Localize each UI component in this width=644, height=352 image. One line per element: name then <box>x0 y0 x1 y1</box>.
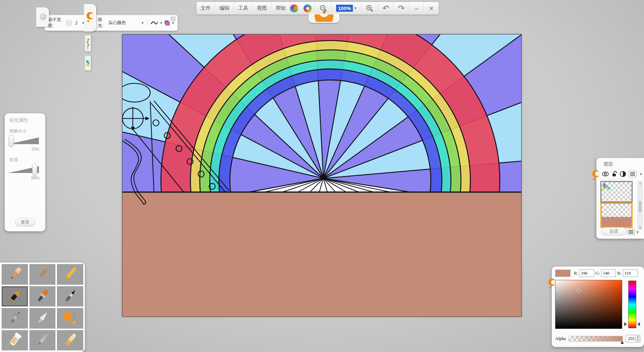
layers-panel-title: 图层 <box>604 161 613 167</box>
fountain-pen-icon <box>6 288 23 305</box>
redo-icon: ↷ <box>398 4 405 12</box>
tool-ink-brush[interactable] <box>57 286 83 307</box>
divider <box>600 179 637 180</box>
layer-visibility-eye-icon[interactable] <box>602 171 609 177</box>
plant-icon <box>86 37 90 50</box>
paint-jar-icon <box>6 332 23 349</box>
sv-marker-icon[interactable] <box>577 288 581 293</box>
fill-dropdown-caret-icon[interactable]: ▼ <box>141 21 144 25</box>
softness-value: 86% <box>31 176 39 180</box>
tool-paint-roller[interactable] <box>57 308 83 329</box>
paint-brush-icon <box>34 288 51 305</box>
pencil-icon <box>6 266 23 283</box>
image-stamp-button[interactable] <box>85 55 91 71</box>
tool-airbrush[interactable] <box>2 308 28 329</box>
undo-button[interactable]: ↶ <box>378 2 393 14</box>
softness-slider-handle[interactable] <box>32 164 37 176</box>
zoom-level-combo[interactable]: 100% ▼ <box>332 2 361 14</box>
tool-pencil[interactable] <box>2 264 28 285</box>
layer-lock-icon[interactable] <box>612 171 617 177</box>
g-input[interactable] <box>601 270 616 277</box>
menu-tools[interactable]: 工具 <box>234 2 253 14</box>
hue-slider[interactable] <box>628 281 636 328</box>
fill-mode-value[interactable]: 实心颜色 <box>108 20 139 26</box>
crayon-icon <box>61 266 79 283</box>
layer-list <box>600 181 633 228</box>
brush-width-decrease-button[interactable]: − <box>66 20 71 25</box>
reset-button[interactable]: 重置 <box>15 218 35 227</box>
brush-width-value[interactable]: 2 <box>73 20 80 25</box>
layers-panel: 图层 ▼ ▲ ▼ 新建 <box>596 158 644 239</box>
tool-wood-stick[interactable] <box>30 264 56 285</box>
layer-item-ground[interactable] <box>600 202 633 228</box>
clown-right-eye-icon <box>304 4 312 12</box>
new-layer-button[interactable]: 新建 <box>601 227 627 235</box>
color-swatch-button[interactable] <box>165 20 170 25</box>
minimize-icon: – <box>415 4 419 12</box>
brush-width-label: 刷子宽度: <box>48 17 65 29</box>
menu-view[interactable]: 视图 <box>253 2 271 14</box>
tool-eraser[interactable] <box>57 330 83 351</box>
alpha-spinner[interactable]: ▲▼ <box>635 335 640 342</box>
airbrush-icon <box>6 309 23 327</box>
tool-paint-jar[interactable] <box>2 330 28 351</box>
zoom-in-button[interactable] <box>361 2 378 14</box>
softness-label: 软度 <box>9 157 18 163</box>
b-input[interactable] <box>623 270 638 277</box>
tool-metal-nib[interactable] <box>30 330 56 351</box>
alpha-marker-icon[interactable] <box>621 341 624 344</box>
handle-knob-icon <box>40 13 46 20</box>
drawing-canvas[interactable] <box>122 34 522 317</box>
alpha-slider[interactable] <box>569 336 623 342</box>
r-label: R: <box>574 271 578 276</box>
layer-options-caret-icon[interactable]: ▼ <box>639 172 643 176</box>
current-color-swatch <box>555 270 571 277</box>
minimize-button[interactable]: – <box>409 2 424 14</box>
orange-grip-icon[interactable] <box>592 170 600 180</box>
zoom-level-value[interactable]: 100% <box>336 5 353 12</box>
palette-handle[interactable] <box>84 4 96 32</box>
orange-grip-icon[interactable] <box>548 279 556 289</box>
pencil-properties-panel: 铅笔属性 笔触大小 15% 软度 86% 重置 <box>5 113 45 231</box>
scroll-up-icon[interactable]: ▲ <box>638 182 642 185</box>
menu-help[interactable]: 帮助 <box>271 2 290 14</box>
canvas-artwork[interactable] <box>122 35 521 316</box>
clown-left-eye-icon <box>290 4 298 12</box>
menu-edit[interactable]: 编辑 <box>215 2 234 14</box>
clown-smile-icon <box>315 14 333 26</box>
hue-marker-left-icon[interactable] <box>624 322 627 326</box>
stroke-size-label: 笔触大小 <box>9 128 27 134</box>
scroll-thumb[interactable] <box>639 201 642 212</box>
stroke-size-slider-handle[interactable] <box>9 135 14 147</box>
layer-item-sketch[interactable] <box>600 181 633 202</box>
zoom-dropdown-caret-icon[interactable]: ▼ <box>354 6 357 10</box>
layer-thumb-ground <box>602 217 631 227</box>
image-stamp-icon <box>86 56 90 70</box>
layers-list-menu-button[interactable] <box>627 229 635 235</box>
tool-palette-knife[interactable] <box>30 308 56 329</box>
layers-list-caret-icon[interactable]: ▼ <box>636 230 639 234</box>
r-input[interactable] <box>579 270 594 277</box>
layer-blend-icon[interactable] <box>620 171 626 177</box>
saturation-value-field[interactable] <box>555 280 622 329</box>
stroke-style-caret-icon[interactable]: ▼ <box>160 21 163 25</box>
menu-file[interactable]: 文件 <box>197 2 215 14</box>
tool-crayon[interactable] <box>57 264 83 285</box>
pencil-panel-handle[interactable] <box>36 7 49 27</box>
tool-paint-brush[interactable] <box>30 286 56 307</box>
layers-scrollbar[interactable]: ▲ ▼ <box>638 181 643 230</box>
color-swatch-caret-icon[interactable]: ▼ <box>171 21 175 25</box>
plant-stamp-button[interactable] <box>85 35 91 52</box>
layer-options-menu-button[interactable] <box>629 171 637 177</box>
stroke-style-button[interactable] <box>151 20 158 25</box>
hue-marker-right-icon[interactable] <box>637 322 640 326</box>
redo-button[interactable]: ↷ <box>393 2 409 14</box>
close-button[interactable]: × <box>424 2 439 14</box>
tool-fountain-pen[interactable] <box>2 286 28 307</box>
alpha-gradient <box>569 336 623 341</box>
layer-thumb-art <box>601 182 615 195</box>
spin-down-icon: ▼ <box>636 339 640 342</box>
alpha-input[interactable] <box>626 336 635 341</box>
close-icon: × <box>429 4 433 12</box>
wood-stick-icon <box>34 266 51 283</box>
